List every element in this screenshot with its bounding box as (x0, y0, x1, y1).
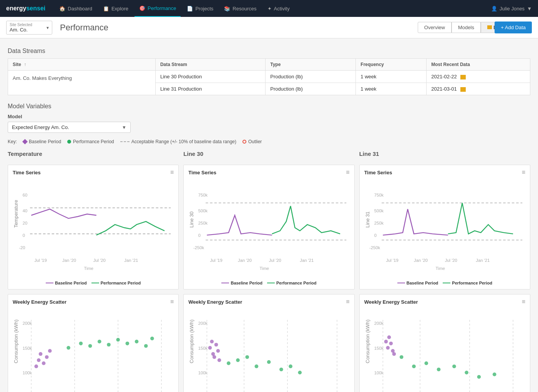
chart-col-line31: Line 31 Time Series ≡ Line 31 750k 500k … (359, 151, 530, 392)
svg-text:Jan '21: Jan '21 (124, 258, 138, 263)
nav-projects[interactable]: 📄 Projects (182, 0, 218, 17)
legend-performance: Performance Period (267, 281, 317, 285)
chart-menu-icon[interactable]: ≡ (522, 298, 525, 305)
svg-text:40: 40 (23, 208, 28, 213)
svg-text:-250k: -250k (193, 245, 204, 250)
chart-grid: Temperature Time Series ≡ Temperature 60… (8, 151, 530, 392)
svg-text:Line 31: Line 31 (365, 212, 370, 228)
svg-text:60: 60 (23, 193, 28, 197)
main-content: Data Streams Site ↑ Data Stream Type Fre… (0, 38, 538, 392)
stream-name: Line 31 Production (155, 83, 265, 95)
svg-text:Jul '20: Jul '20 (445, 258, 457, 263)
svg-point-29 (37, 358, 41, 362)
chart-menu-icon[interactable]: ≡ (170, 298, 174, 305)
svg-point-149 (412, 364, 416, 368)
svg-point-39 (116, 338, 120, 342)
svg-point-142 (384, 340, 388, 344)
chart-menu-icon[interactable]: ≡ (346, 169, 349, 176)
model-select-value: Expected Energy Am. Co. (12, 124, 122, 130)
page-title: Performance (60, 23, 410, 33)
col-title-line30: Line 30 (183, 151, 354, 157)
svg-point-100 (298, 371, 302, 375)
svg-point-38 (107, 343, 111, 347)
svg-text:0: 0 (374, 233, 376, 238)
key-outlier: Outlier (242, 139, 262, 144)
chart-title: Time Series (13, 170, 41, 175)
model-dropdown[interactable]: Expected Energy Am. Co. ▼ (8, 122, 131, 133)
stream-name: Line 30 Production (155, 71, 265, 83)
svg-text:Temperature: Temperature (13, 200, 19, 228)
svg-point-145 (389, 342, 393, 346)
nav-resources[interactable]: 📚 Resources (219, 0, 261, 17)
svg-point-155 (493, 372, 496, 376)
svg-point-90 (214, 343, 218, 347)
scatter-svg-temperature: Consumption (kWh) 200k 150k 100k 50k 0 1… (13, 308, 174, 392)
svg-text:Time: Time (260, 266, 269, 271)
chart-col-line30: Line 30 Time Series ≡ Line 30 750k 500k … (183, 151, 354, 392)
chart-menu-icon[interactable]: ≡ (346, 298, 349, 305)
svg-point-143 (386, 346, 390, 350)
svg-text:Jan '20: Jan '20 (414, 258, 428, 263)
chart-menu-icon[interactable]: ≡ (170, 169, 174, 176)
svg-text:150k: 150k (23, 346, 32, 351)
svg-text:500k: 500k (374, 208, 384, 213)
svg-point-87 (210, 340, 214, 344)
timeseries-svg-temperature: Temperature 60 40 20 0 -20 Jul '19 Jan '… (13, 178, 174, 277)
svg-point-153 (465, 371, 468, 375)
svg-point-95 (246, 355, 249, 359)
svg-point-154 (477, 375, 481, 379)
key-outlier-label: Outlier (248, 139, 262, 144)
svg-point-35 (79, 342, 83, 346)
svg-text:100k: 100k (374, 370, 384, 375)
stream-frequency: 1 week (356, 83, 427, 95)
data-streams-table: Site ↑ Data Stream Type Frequency Most R… (8, 58, 530, 95)
site-selector[interactable]: Site Selected Am. Co. ▼ (6, 21, 52, 35)
svg-point-40 (126, 342, 130, 346)
svg-point-99 (289, 364, 293, 368)
model-label: Model (8, 114, 530, 119)
svg-text:Jul '20: Jul '20 (93, 258, 106, 263)
svg-point-42 (144, 344, 148, 348)
chart-temperature-scatter: Weekly Energy Scatter ≡ Consumption (kWh… (8, 294, 179, 392)
nav-activity[interactable]: ✦ Activity (263, 0, 294, 17)
key-performance: Performance Period (67, 139, 114, 144)
table-row: Am. Co. Makes Everything Line 30 Product… (8, 71, 530, 83)
nav-performance[interactable]: 🎯 Performance (134, 0, 181, 17)
svg-text:0: 0 (198, 233, 201, 238)
user-menu[interactable]: 👤 Julie Jones ▼ (491, 6, 532, 12)
tab-flag-icon (487, 25, 492, 29)
logo-sensei: sensei (26, 5, 45, 12)
tab-overview[interactable]: Overview (418, 22, 452, 33)
add-data-button[interactable]: + Add Data (495, 22, 532, 33)
svg-point-43 (150, 337, 154, 341)
svg-point-97 (267, 360, 271, 364)
svg-text:250k: 250k (198, 221, 208, 225)
svg-point-144 (387, 336, 391, 339)
svg-text:Jan '21: Jan '21 (300, 258, 314, 263)
svg-point-30 (39, 352, 43, 356)
legend-purple-line (221, 283, 229, 283)
key-baseline-label: Baseline Period (29, 139, 61, 144)
flag-icon (460, 87, 466, 92)
svg-text:Jul '19: Jul '19 (210, 258, 223, 263)
svg-text:Time: Time (435, 266, 445, 271)
tab-models[interactable]: Models (452, 22, 481, 33)
app-logo[interactable]: energysensei (6, 5, 45, 12)
col-site: Site ↑ (8, 59, 156, 71)
svg-point-89 (213, 355, 216, 359)
range-dashed-icon (120, 141, 130, 142)
chart-col-temperature: Temperature Time Series ≡ Temperature 60… (8, 151, 179, 392)
nav-explore[interactable]: 📋 Explore (98, 0, 133, 17)
chart-menu-icon[interactable]: ≡ (522, 169, 525, 176)
key-range: Acceptable Range (+/- 10% of baseline da… (120, 139, 236, 144)
chart-line31-scatter: Weekly Energy Scatter ≡ Consumption (kWh… (359, 294, 530, 392)
svg-text:-250k: -250k (369, 245, 380, 250)
timeseries-svg-line30: Line 30 750k 500k 250k 0 -250k Jul '19 J… (188, 178, 349, 277)
col-title-line31: Line 31 (359, 151, 530, 157)
svg-point-150 (424, 361, 428, 365)
svg-text:0: 0 (23, 233, 25, 238)
nav-dashboard[interactable]: 🏠 Dashboard (55, 0, 97, 17)
chart-title: Weekly Energy Scatter (188, 299, 242, 305)
svg-text:750k: 750k (198, 193, 208, 197)
navigation: energysensei 🏠 Dashboard 📋 Explore 🎯 Per… (0, 0, 538, 17)
